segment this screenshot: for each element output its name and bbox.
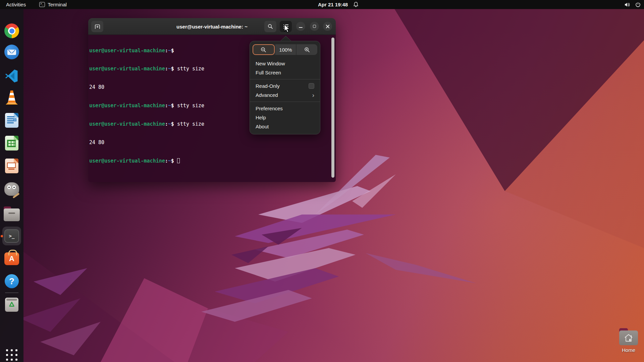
zoom-in-button[interactable] xyxy=(297,44,317,55)
prompt-user: user@user-virtual-machine xyxy=(89,158,165,164)
terminal-icon: >_ xyxy=(4,229,19,243)
prompt-user: user@user-virtual-machine xyxy=(89,66,165,72)
menu-item-new-window[interactable]: New Window xyxy=(253,59,317,68)
dock-item-ubuntu-software[interactable]: A xyxy=(4,250,20,266)
zoom-controls: 100% xyxy=(253,44,317,55)
menu-separator xyxy=(250,79,320,79)
desktop-home-shortcut[interactable]: Home xyxy=(618,330,639,353)
terminal-cursor xyxy=(177,158,180,163)
bell-icon xyxy=(353,2,359,7)
libreoffice-writer-icon xyxy=(5,113,18,128)
help-icon: ? xyxy=(5,274,19,288)
terminal-scrollbar[interactable] xyxy=(331,38,334,178)
system-status-area[interactable] xyxy=(625,0,641,9)
terminal-line: user@user-virtual-machine:~$ xyxy=(89,158,336,164)
dock-item-libreoffice-calc[interactable] xyxy=(4,135,20,151)
app-grid-icon xyxy=(5,348,18,362)
dock-separator xyxy=(5,293,18,293)
terminal-output: 24 80 xyxy=(89,139,336,145)
dock-item-vlc[interactable] xyxy=(4,89,20,105)
focused-app-name: Terminal xyxy=(48,2,67,7)
house-icon xyxy=(624,333,633,343)
maximize-button[interactable] xyxy=(310,22,319,31)
submenu-chevron-icon: › xyxy=(312,92,314,98)
zoom-out-button[interactable] xyxy=(253,44,275,55)
close-button[interactable] xyxy=(323,22,332,31)
prompt-path: ~ xyxy=(168,48,171,54)
dock-item-trash[interactable] xyxy=(4,297,20,313)
focused-app-indicator[interactable]: >_ Terminal xyxy=(39,2,67,7)
dock-item-terminal[interactable]: >_ xyxy=(4,228,20,244)
zoom-in-icon xyxy=(304,47,310,53)
dock-item-help[interactable]: ? xyxy=(4,273,20,289)
home-folder-icon xyxy=(619,330,638,345)
titlebar[interactable]: user@user-virtual-machine: ~ xyxy=(88,18,336,35)
hamburger-menu: 100% New Window Full Screen Read-Only Ad… xyxy=(250,41,320,134)
dock-item-libreoffice-writer[interactable] xyxy=(4,112,20,128)
prompt-user: user@user-virtual-machine xyxy=(89,121,165,127)
prompt-user: user@user-virtual-machine xyxy=(89,103,165,109)
dock-item-app-grid[interactable] xyxy=(4,347,20,362)
libreoffice-impress-icon xyxy=(5,159,18,173)
read-only-checkbox[interactable] xyxy=(309,83,314,89)
minimize-button[interactable] xyxy=(296,22,305,31)
libreoffice-calc-icon xyxy=(5,136,18,150)
command-text: stty size xyxy=(177,121,204,127)
command-text: stty size xyxy=(177,66,204,72)
menu-item-advanced[interactable]: Advanced › xyxy=(253,90,317,100)
top-bar: Activities >_ Terminal Apr 21 19:48 xyxy=(0,0,644,9)
prompt-path: ~ xyxy=(168,103,171,109)
dock-item-libreoffice-impress[interactable] xyxy=(4,158,20,174)
trash-icon xyxy=(5,298,18,312)
minimize-icon xyxy=(299,27,303,28)
power-icon xyxy=(635,2,641,7)
search-button[interactable] xyxy=(264,21,276,32)
gimp-icon xyxy=(4,182,19,196)
menu-item-about[interactable]: About xyxy=(253,122,317,131)
menu-separator xyxy=(250,102,320,102)
maximize-icon xyxy=(313,25,316,28)
speaker-icon xyxy=(625,2,631,7)
command-text: stty size xyxy=(177,103,204,109)
menu-item-full-screen[interactable]: Full Screen xyxy=(253,68,317,77)
dock-item-thunderbird[interactable] xyxy=(4,44,20,60)
menu-item-read-only[interactable]: Read-Only xyxy=(253,81,317,90)
thunderbird-icon xyxy=(4,45,19,59)
activities-button[interactable]: Activities xyxy=(0,0,32,9)
activities-label: Activities xyxy=(6,2,26,7)
terminal-app-icon: >_ xyxy=(39,2,45,7)
prompt-path: ~ xyxy=(168,158,171,164)
vscode-icon xyxy=(5,68,19,82)
dock: >_ A ? xyxy=(0,9,23,362)
search-icon xyxy=(268,24,273,29)
popover-arrow xyxy=(280,36,291,41)
close-icon xyxy=(326,24,330,28)
prompt-user: user@user-virtual-machine xyxy=(89,48,165,54)
zoom-level[interactable]: 100% xyxy=(275,44,296,55)
mouse-cursor xyxy=(283,24,291,35)
new-tab-button[interactable] xyxy=(91,21,103,32)
dock-running-indicator xyxy=(1,235,3,237)
dock-item-chrome[interactable] xyxy=(4,23,20,39)
files-icon xyxy=(4,208,20,221)
clock-menu[interactable]: Apr 21 19:48 xyxy=(318,0,359,9)
menu-item-preferences[interactable]: Preferences xyxy=(253,104,317,113)
prompt-path: ~ xyxy=(168,121,171,127)
chrome-icon xyxy=(4,23,19,38)
clock-label: Apr 21 19:48 xyxy=(318,2,348,7)
dock-item-vscode[interactable] xyxy=(4,67,20,83)
dock-item-gimp[interactable] xyxy=(4,181,20,197)
zoom-out-icon xyxy=(261,47,266,53)
dock-item-files[interactable] xyxy=(4,207,20,223)
prompt-path: ~ xyxy=(168,66,171,72)
vlc-icon xyxy=(4,90,19,105)
menu-item-help[interactable]: Help xyxy=(253,113,317,122)
new-tab-icon xyxy=(95,24,100,29)
home-label: Home xyxy=(618,347,639,353)
ubuntu-software-icon: A xyxy=(4,252,19,265)
